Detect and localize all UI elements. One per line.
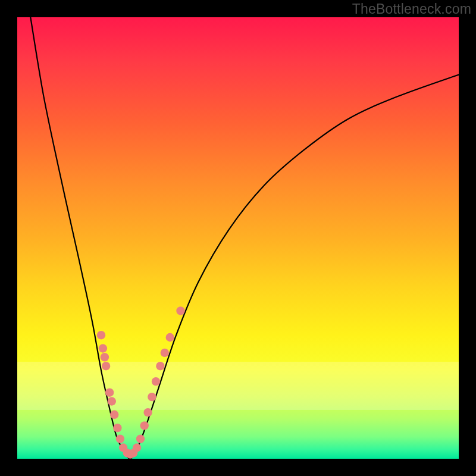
data-points [97, 306, 185, 459]
data-point [105, 389, 114, 397]
data-point [108, 397, 116, 405]
data-point [119, 443, 127, 452]
data-point [152, 377, 160, 386]
data-point [123, 449, 131, 457]
data-point [97, 331, 105, 339]
chart-frame: TheBottleneck.com [0, 0, 476, 476]
chart-plot-area [17, 17, 459, 459]
data-point [136, 434, 145, 443]
watermark-text: TheBottleneck.com [352, 1, 471, 17]
data-point [113, 424, 121, 432]
data-point [156, 362, 164, 370]
data-point [133, 443, 141, 452]
data-point [129, 449, 137, 457]
data-point [116, 434, 124, 443]
chart-svg [17, 17, 459, 459]
highlight-band [17, 362, 459, 411]
data-point [102, 362, 110, 370]
data-point [140, 421, 149, 430]
data-point [176, 306, 184, 315]
bottleneck-curve [30, 17, 459, 459]
data-point [99, 344, 107, 352]
data-point [148, 393, 156, 401]
data-point [166, 333, 174, 342]
data-point [143, 408, 152, 416]
data-point [126, 450, 134, 458]
data-point [101, 353, 109, 361]
data-point [110, 411, 118, 419]
data-point [161, 349, 169, 357]
